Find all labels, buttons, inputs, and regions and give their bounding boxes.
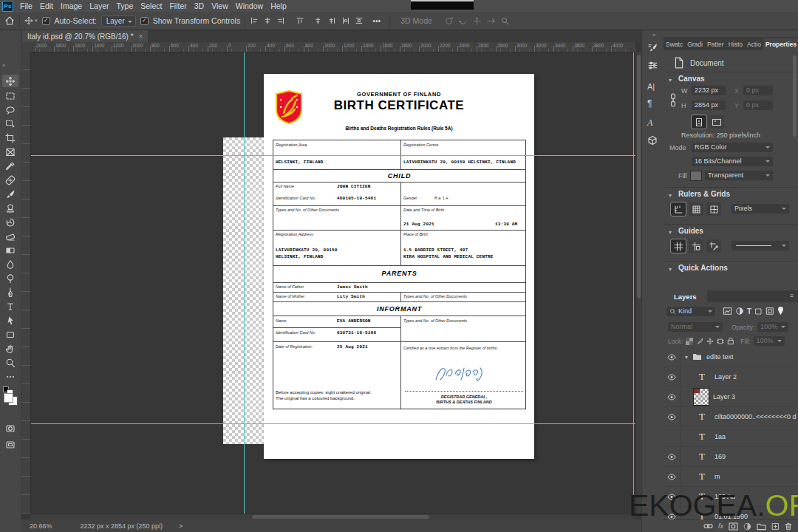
filter-pin-icon[interactable] [777,307,784,316]
link-dimensions-icon[interactable] [669,92,677,109]
filter-smart-objects-icon[interactable] [765,307,774,316]
visibility-eye-icon[interactable] [664,467,681,486]
visibility-eye-icon[interactable] [664,347,681,366]
layer-effects-icon[interactable]: fx [718,522,723,530]
layer-name[interactable]: cilta0000000..<<<<<<<<0 d [715,413,797,420]
mode-dropdown[interactable]: RGB Color [692,143,773,152]
panel-menu-icon[interactable]: ≡ [790,292,794,299]
guide-style-dropdown[interactable] [732,241,789,250]
new-group-icon[interactable] [757,522,766,531]
photoshop-logo[interactable]: Ps [2,1,13,12]
character-panel-icon[interactable]: A| [647,82,655,91]
blur-tool-icon[interactable] [4,258,17,270]
zoom-tool-icon[interactable] [4,356,17,369]
visibility-eye-icon[interactable] [664,387,681,406]
layer-name[interactable]: edite text [706,353,734,361]
shape-tool-icon[interactable] [4,328,17,341]
move-tool-icon[interactable] [2,75,18,87]
path-selection-tool-icon[interactable] [4,314,17,327]
filter-kind-dropdown[interactable]: Kind [666,307,715,316]
layer-name[interactable]: 169 [715,453,726,460]
clone-stamp-tool-icon[interactable] [4,202,17,214]
lock-all-icon[interactable] [727,337,734,345]
canvas-section-header[interactable]: Canvas [678,75,705,83]
align-right-edges-icon[interactable] [276,16,285,25]
collapse-panels-chevron[interactable]: » [652,32,655,38]
status-chevron[interactable]: > [179,522,183,530]
tab-gradients[interactable]: Gradi [685,38,705,50]
visibility-eye-empty[interactable] [664,427,681,446]
menu-edit[interactable]: Edit [36,0,57,12]
3d-panel-icon[interactable] [647,135,658,146]
chevron-down-icon[interactable]: ▾ [669,192,672,199]
height-field[interactable]: 2854 px [692,100,726,110]
distribute-horizontal-icon[interactable] [341,16,350,25]
text-layer-thumbnail[interactable]: T [694,451,710,463]
guide-horizontal[interactable] [30,155,635,156]
collapse-tools-chevron[interactable]: » [2,62,5,69]
menu-filter[interactable]: Filter [166,0,190,12]
group-expand-chevron[interactable]: ▾ [685,354,688,361]
auto-select-dropdown[interactable]: Layer [101,16,136,27]
more-options-icon[interactable]: ••• [372,16,381,25]
visibility-eye-icon[interactable] [664,447,681,466]
layer-name[interactable]: Layer 2 [715,373,737,381]
eraser-tool-icon[interactable] [4,230,17,242]
marquee-tool-icon[interactable] [4,89,17,102]
text-layer-thumbnail[interactable]: T [694,431,710,443]
layer-name[interactable]: m [715,473,720,480]
vertical-ruler[interactable] [21,52,31,514]
image-layer-thumbnail[interactable] [694,389,709,405]
dodge-tool-icon[interactable] [4,272,17,284]
lasso-tool-icon[interactable] [4,103,17,116]
align-horizontal-centers-icon[interactable] [263,16,272,25]
visibility-eye-icon[interactable] [664,407,681,426]
hand-tool-icon[interactable] [4,342,17,355]
layer-mask-icon[interactable] [729,522,738,531]
filter-type-layers-icon[interactable]: T [747,307,751,316]
tool-presets-panel-icon[interactable] [647,60,658,71]
tab-swatches[interactable]: Swatc [664,38,685,50]
delete-layer-icon[interactable] [785,522,792,531]
visibility-eye-icon[interactable] [664,507,681,519]
panel-scrollbar[interactable] [793,55,797,137]
align-top-edges-icon[interactable] [296,16,304,25]
layer-row[interactable]: Layer 3 [664,387,798,407]
screen-mode-icon[interactable] [4,438,17,451]
guides-section-header[interactable]: Guides [678,227,703,235]
brush-settings-panel-icon[interactable] [647,42,658,53]
bit-depth-dropdown[interactable]: 16 Bits/Channel [692,157,773,166]
text-layer-thumbnail[interactable]: T [694,371,710,383]
guide-vertical[interactable] [633,52,634,514]
menu-window[interactable]: Window [232,0,267,12]
ruler-corner[interactable] [21,42,31,52]
history-brush-tool-icon[interactable] [4,216,17,228]
tab-patterns[interactable]: Patter [705,38,726,50]
guides-toggle-button[interactable] [671,239,686,253]
fill-swatch[interactable] [690,171,702,181]
distribute-vertical-icon[interactable] [355,16,364,25]
home-icon[interactable] [4,16,15,26]
pen-tool-icon[interactable] [4,286,17,299]
object-selection-tool-icon[interactable] [4,117,17,130]
ruler-units-dropdown[interactable]: Pixels [732,204,789,214]
width-field[interactable]: 2232 px [692,86,726,95]
layer-row[interactable]: Tcilta0000000..<<<<<<<<0 d [664,407,798,427]
landscape-orientation-button[interactable] [709,115,724,129]
menu-select[interactable]: Select [137,0,166,12]
edit-toolbar-icon[interactable] [4,370,17,383]
menu-3d[interactable]: 3D [191,0,208,12]
healing-brush-tool-icon[interactable] [4,174,17,186]
menu-layer[interactable]: Layer [86,0,112,12]
tab-properties[interactable]: Properties [763,38,798,50]
canvas-viewport[interactable]: GOVERNMENT OF FINLAND BIRTH CERTIFICATE … [30,52,635,514]
menu-help[interactable]: Help [267,0,290,12]
lock-artboard-icon[interactable] [717,338,724,345]
tab-histogram[interactable]: Histo [726,38,745,50]
layer-row[interactable]: Tm [664,467,798,487]
link-layers-icon[interactable] [703,522,713,530]
align-left-edges-icon[interactable] [250,16,259,25]
quick-actions-section-header[interactable]: Quick Actions [678,264,728,272]
chevron-down-icon[interactable]: ▾ [669,77,672,83]
quick-mask-icon[interactable] [4,422,17,434]
